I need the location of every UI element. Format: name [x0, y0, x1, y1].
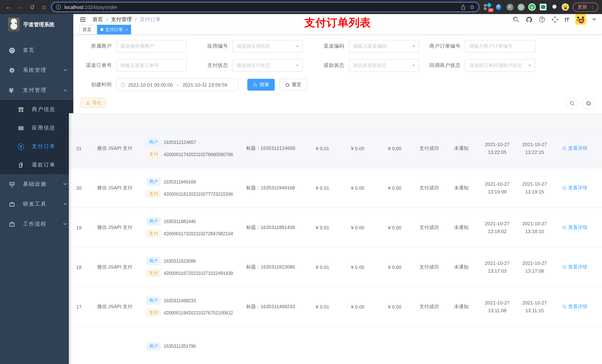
sidebar-toggle-button[interactable]: [79, 16, 87, 23]
view-detail-link[interactable]: 查看详情: [562, 264, 587, 270]
browser-profile-avatar[interactable]: [562, 3, 569, 11]
filter-control[interactable]: 请选择所属商户: [116, 40, 187, 52]
extension-icon-1[interactable]: 10: [484, 3, 491, 11]
cell-notify-status: 未通知: [445, 185, 478, 191]
sidebar-item[interactable]: 基础设施: [0, 174, 73, 194]
breadcrumb-home[interactable]: 首页: [93, 16, 103, 23]
search-icon[interactable]: [513, 16, 519, 23]
filter-field: 所属商户 请选择所属商户: [81, 40, 187, 52]
view-detail-link[interactable]: 查看详情: [562, 303, 587, 310]
cell-action: 查看详情: [552, 224, 597, 231]
user-avatar[interactable]: [575, 14, 586, 25]
sidebar-item[interactable]: 商户信息: [0, 100, 73, 119]
breadcrumb-current: 支付订单: [140, 16, 161, 23]
pay-tag: 支付: [147, 269, 161, 277]
filter-control[interactable]: 请选择支付状态: [233, 59, 303, 72]
close-tab-icon[interactable]: ×: [126, 27, 128, 32]
filter-control[interactable]: 请选择订单回调商户状态: [465, 59, 535, 72]
sidebar-item[interactable]: 工作流程: [0, 214, 73, 234]
sidebar-item-icon: [18, 106, 27, 113]
filter-label: 支付状态: [197, 62, 228, 69]
pay-order-no: 4200001194202110276752100612: [164, 310, 233, 315]
cell-paid-time: 2021-10-2713:19:15: [517, 181, 552, 195]
cell-refund-amount: ¥ 0.00: [376, 304, 413, 310]
cell-created-time: 2021-10-2713:17:03: [478, 260, 517, 274]
filter-control[interactable]: 请输入渠道编码: [349, 40, 419, 52]
sidebar-item-label: 支付管理: [23, 87, 63, 94]
view-detail-link[interactable]: 查看详情: [562, 224, 587, 231]
sidebar-item-label: 系统管理: [23, 67, 63, 74]
table-row[interactable]: 21 微信 JSAPI 支付 商户 1635312124657 支付: [69, 129, 602, 168]
avatar-dropdown-caret-icon[interactable]: [592, 18, 596, 21]
magnifier-icon: [562, 304, 567, 309]
extension-icon-2[interactable]: [495, 3, 502, 11]
browser-menu-kebab-icon[interactable]: ⋮: [590, 4, 595, 10]
magnifier-icon: [562, 146, 567, 151]
sidebar-item[interactable]: 研发工具: [0, 194, 73, 214]
view-tab[interactable]: 支付订单 ×: [97, 25, 131, 34]
help-icon[interactable]: [539, 16, 545, 23]
github-icon[interactable]: [526, 16, 532, 23]
pay-order-no: 4200001173202110272847982104: [164, 231, 233, 236]
merchant-tag: 商户: [147, 138, 161, 146]
table-row[interactable]: 20 微信 JSAPI 支付 商户 1635311949168 支付: [69, 168, 602, 208]
sidebar-item[interactable]: 首页: [0, 40, 73, 60]
search-button[interactable]: 搜索: [247, 79, 275, 91]
browser-home-button[interactable]: ⌂: [39, 2, 49, 12]
logo[interactable]: 芋道管理系统: [0, 14, 73, 35]
filter-label: 所属商户: [81, 43, 112, 50]
filter-row-2: 渠道订单号 请输入渠道订单号 支付状态 请选择支付状态: [81, 59, 595, 72]
share-icon[interactable]: [460, 4, 466, 10]
extension-icon-4[interactable]: [517, 3, 525, 11]
smiley-avatar-icon: [562, 3, 569, 11]
site-info-icon[interactable]: [55, 4, 62, 10]
extension-icon-6[interactable]: [539, 3, 547, 11]
url-bar[interactable]: localhost :1024/pay/order: [51, 2, 479, 12]
filter-control[interactable]: 请选择退款状态: [349, 59, 419, 72]
table-row[interactable]: 18 微信 JSAPI 支付 商户 1635311823086 支付: [69, 248, 602, 287]
extension-icon-5[interactable]: y: [528, 3, 536, 11]
extension-icon-3[interactable]: ⌘: [506, 3, 514, 11]
browser-forward-button[interactable]: →: [16, 2, 25, 12]
toggle-search-button[interactable]: [566, 97, 578, 110]
filter-control[interactable]: 请输入渠道订单号: [116, 59, 187, 72]
cell-pay-status: 支付成功: [413, 224, 445, 231]
command-icon: ⌘: [506, 3, 513, 10]
sidebar-item[interactable]: ¥ 支付订单: [0, 137, 73, 156]
view-detail-link[interactable]: 查看详情: [562, 185, 587, 191]
table-row[interactable]: 商户 1635311351796: [69, 327, 602, 364]
extensions-puzzle-button[interactable]: [550, 3, 558, 11]
sidebar-item[interactable]: ¥ 支付管理: [0, 80, 73, 100]
bookmark-star-icon[interactable]: [469, 4, 475, 10]
reset-button[interactable]: 重置: [280, 79, 307, 91]
filter-field: 支付状态 请选择支付状态: [197, 59, 303, 72]
cell-pay-status: 支付成功: [413, 264, 445, 270]
font-size-icon[interactable]: tT: [565, 16, 569, 22]
sidebar-item-label: 基础设施: [23, 181, 63, 187]
table-row[interactable]: 17 微信 JSAPI 支付 商户 1635311468233 支付: [69, 287, 602, 327]
browser-reload-button[interactable]: [27, 2, 37, 12]
chevron-icon: [63, 182, 67, 187]
cell-pay-status: 支付成功: [413, 185, 445, 191]
browser-update-button[interactable]: 更新 ⋮: [573, 2, 598, 12]
sidebar-item[interactable]: 退款订单: [0, 156, 73, 174]
cell-order-id: 20: [69, 185, 89, 191]
refresh-table-button[interactable]: [582, 97, 595, 110]
filter-control[interactable]: 请输入商户订单编号: [465, 40, 535, 52]
date-range-picker[interactable]: 2021-10-01 00:00:00 - 2021-10-31 23:59:5…: [116, 78, 238, 91]
breadcrumb-pay-mgmt[interactable]: 支付管理: [111, 16, 132, 23]
sidebar-item[interactable]: 应用信息: [0, 119, 73, 137]
export-button[interactable]: 导出: [81, 98, 106, 108]
sidebar-item[interactable]: 系统管理: [0, 60, 73, 80]
filter-placeholder: 请输入渠道编码: [353, 43, 410, 50]
view-detail-link[interactable]: 查看详情: [562, 145, 587, 152]
pay-tag: 支付: [147, 230, 161, 238]
cell-pay-order: 商户 1635311468233 支付 42000011942021102767…: [141, 297, 236, 317]
fullscreen-icon[interactable]: [552, 16, 558, 23]
table-row[interactable]: 19 微信 JSAPI 支付 商户 1635311881440 支付: [69, 208, 602, 248]
filter-field: 渠道编码 请输入渠道编码: [313, 40, 419, 52]
browser-back-button[interactable]: ←: [4, 2, 13, 12]
merchant-tag: 商户: [147, 218, 161, 225]
filter-control[interactable]: 请选择应用信息: [233, 40, 303, 52]
view-tab[interactable]: 首页: [79, 25, 95, 34]
